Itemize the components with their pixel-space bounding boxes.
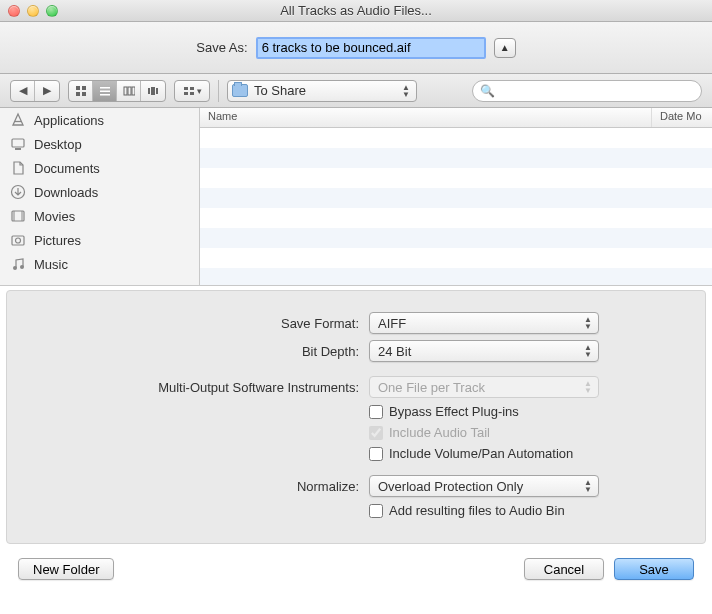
new-folder-button[interactable]: New Folder <box>18 558 114 580</box>
sidebar-item-label: Desktop <box>34 137 82 152</box>
file-browser: Applications Desktop Documents Downloads… <box>0 108 712 286</box>
add-to-bin-label: Add resulting files to Audio Bin <box>389 503 565 518</box>
saveas-filename-input[interactable] <box>256 37 486 59</box>
window-title: All Tracks as Audio Files... <box>0 3 712 18</box>
svg-rect-18 <box>12 139 24 147</box>
disclosure-button[interactable]: ▲ <box>494 38 516 58</box>
column-header-name[interactable]: Name <box>200 108 652 127</box>
sidebar-item-applications[interactable]: Applications <box>0 108 199 132</box>
sidebar-item-downloads[interactable]: Downloads <box>0 180 199 204</box>
svg-rect-8 <box>128 87 131 95</box>
arrange-segment: ▾ <box>174 80 210 102</box>
file-list-body[interactable] <box>200 128 712 285</box>
folder-icon <box>232 84 248 97</box>
downloads-icon <box>10 184 26 200</box>
svg-rect-9 <box>132 87 135 95</box>
sidebar-item-movies[interactable]: Movies <box>0 204 199 228</box>
search-field-wrap: 🔍 <box>472 80 702 102</box>
svg-rect-7 <box>124 87 127 95</box>
movies-icon <box>10 208 26 224</box>
sidebar-item-label: Music <box>34 257 68 272</box>
svg-point-25 <box>16 238 21 243</box>
music-icon <box>10 256 26 272</box>
toolbar-divider <box>218 80 219 102</box>
view-coverflow-button[interactable] <box>141 81 165 101</box>
path-popup[interactable]: To Share ▲▼ <box>227 80 417 102</box>
nav-back-button[interactable]: ◀ <box>11 81 35 101</box>
bit-depth-label: Bit Depth: <box>7 344 359 359</box>
sidebar-item-label: Applications <box>34 113 104 128</box>
svg-rect-24 <box>12 236 24 245</box>
bit-depth-value: 24 Bit <box>378 344 411 359</box>
svg-rect-10 <box>148 88 150 94</box>
view-segment <box>68 80 166 102</box>
view-icon-button[interactable] <box>69 81 93 101</box>
browser-toolbar: ◀ ▶ ▾ To Share ▲▼ 🔍 <box>0 74 712 108</box>
add-to-bin-check[interactable]: Add resulting files to Audio Bin <box>369 503 565 518</box>
svg-point-26 <box>13 266 17 270</box>
titlebar: All Tracks as Audio Files... <box>0 0 712 22</box>
sidebar-item-label: Pictures <box>34 233 81 248</box>
documents-icon <box>10 160 26 176</box>
svg-rect-6 <box>100 94 110 96</box>
applications-icon <box>10 112 26 128</box>
include-tail-check: Include Audio Tail <box>369 425 490 440</box>
svg-rect-14 <box>184 92 188 95</box>
svg-rect-0 <box>76 86 80 90</box>
file-list: Name Date Mo <box>200 108 712 285</box>
include-vol-pan-check[interactable]: Include Volume/Pan Automation <box>369 446 573 461</box>
sidebar-item-documents[interactable]: Documents <box>0 156 199 180</box>
add-to-bin-checkbox[interactable] <box>369 504 383 518</box>
svg-rect-19 <box>15 148 21 150</box>
sidebar-item-label: Documents <box>34 161 100 176</box>
include-tail-checkbox <box>369 426 383 440</box>
normalize-value: Overload Protection Only <box>378 479 523 494</box>
svg-rect-13 <box>184 87 188 90</box>
multi-output-value: One File per Track <box>378 380 485 395</box>
sidebar: Applications Desktop Documents Downloads… <box>0 108 200 285</box>
path-label: To Share <box>254 83 306 98</box>
bypass-fx-checkbox[interactable] <box>369 405 383 419</box>
svg-rect-5 <box>100 90 110 92</box>
options-panel: Save Format: AIFF ▲▼ Bit Depth: 24 Bit ▲… <box>6 290 706 544</box>
svg-point-27 <box>20 265 24 269</box>
include-tail-label: Include Audio Tail <box>389 425 490 440</box>
normalize-popup[interactable]: Overload Protection Only ▲▼ <box>369 475 599 497</box>
svg-rect-12 <box>156 88 158 94</box>
view-list-button[interactable] <box>93 81 117 101</box>
svg-rect-4 <box>100 87 110 89</box>
arrange-button[interactable]: ▾ <box>175 81 209 101</box>
multi-output-popup: One File per Track ▲▼ <box>369 376 599 398</box>
multi-output-label: Multi-Output Software Instruments: <box>7 380 359 395</box>
sidebar-item-desktop[interactable]: Desktop <box>0 132 199 156</box>
nav-segment: ◀ ▶ <box>10 80 60 102</box>
svg-rect-11 <box>151 87 155 95</box>
footer: New Folder Cancel Save <box>0 550 712 594</box>
bypass-fx-check[interactable]: Bypass Effect Plug-ins <box>369 404 519 419</box>
save-format-popup[interactable]: AIFF ▲▼ <box>369 312 599 334</box>
view-column-button[interactable] <box>117 81 141 101</box>
nav-forward-button[interactable]: ▶ <box>35 81 59 101</box>
save-format-value: AIFF <box>378 316 406 331</box>
pictures-icon <box>10 232 26 248</box>
svg-rect-3 <box>82 92 86 96</box>
search-input[interactable] <box>472 80 702 102</box>
save-format-label: Save Format: <box>7 316 359 331</box>
include-vol-pan-checkbox[interactable] <box>369 447 383 461</box>
bit-depth-popup[interactable]: 24 Bit ▲▼ <box>369 340 599 362</box>
normalize-label: Normalize: <box>7 479 359 494</box>
svg-rect-2 <box>76 92 80 96</box>
sidebar-item-pictures[interactable]: Pictures <box>0 228 199 252</box>
sidebar-item-music[interactable]: Music <box>0 252 199 276</box>
svg-rect-1 <box>82 86 86 90</box>
save-button[interactable]: Save <box>614 558 694 580</box>
saveas-bar: Save As: ▲ <box>0 22 712 74</box>
svg-rect-16 <box>190 92 194 95</box>
sidebar-item-label: Downloads <box>34 185 98 200</box>
bypass-fx-label: Bypass Effect Plug-ins <box>389 404 519 419</box>
sidebar-item-label: Movies <box>34 209 75 224</box>
list-header: Name Date Mo <box>200 108 712 128</box>
column-header-date[interactable]: Date Mo <box>652 108 712 127</box>
svg-rect-15 <box>190 87 194 90</box>
cancel-button[interactable]: Cancel <box>524 558 604 580</box>
